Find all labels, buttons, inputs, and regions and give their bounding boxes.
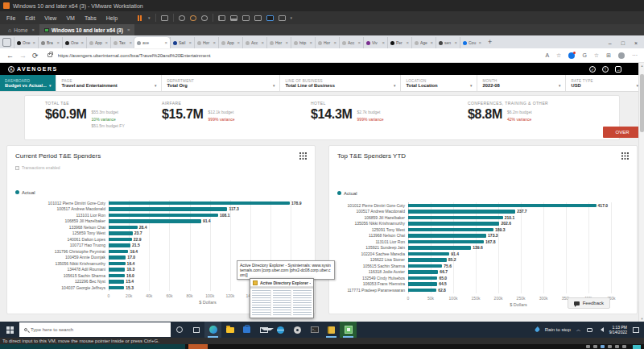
chevron-down-icon[interactable]: ▾ <box>49 83 52 88</box>
filter-dashboard[interactable]: DASHBOARDBudget vs Actual...▾ <box>0 75 56 91</box>
tab-close-icon[interactable]: × <box>454 40 457 45</box>
filter-line-of-business[interactable]: LINE OF BUSINESSTotal Line of Business▾ <box>280 75 401 91</box>
printer-icon[interactable] <box>622 345 626 348</box>
bar-row[interactable]: 105615 Sachin Sharma75.6 <box>337 263 629 269</box>
tab-close-icon[interactable]: × <box>478 40 481 45</box>
browser-tab-app[interactable]: App× <box>218 37 242 48</box>
checkmark-icon[interactable]: ✓ <box>589 66 596 73</box>
bar-row[interactable]: 125859 Tony West23.7 <box>15 231 307 237</box>
new-tab-button[interactable]: + <box>488 38 492 46</box>
cd-rom-icon[interactable] <box>593 345 597 348</box>
menu-edit[interactable]: Edit <box>23 15 36 22</box>
bar-row[interactable]: 135056 Nikki Krishnamurthy202.6 <box>337 221 629 227</box>
console-view-button[interactable] <box>266 15 274 21</box>
workspaces-badge-icon[interactable] <box>568 52 575 59</box>
scroll-down-icon[interactable]: ▼ <box>639 317 644 321</box>
tab-close-icon[interactable]: × <box>285 40 288 45</box>
collections-icon[interactable]: ⊞ <box>606 52 611 59</box>
browser-essentials-icon[interactable]: G <box>582 52 586 58</box>
taskbar-mail[interactable] <box>255 322 272 338</box>
scrollbar-thumb[interactable] <box>640 74 644 132</box>
scroll-up-icon[interactable]: ▲ <box>639 64 644 68</box>
tab-close-icon[interactable]: × <box>164 40 167 45</box>
show-thumbnail-bar-button[interactable] <box>230 15 237 21</box>
browser-tab-acc[interactable]: Acc× <box>242 37 266 48</box>
cortana-button[interactable] <box>171 322 188 338</box>
add-favorite-icon[interactable]: ☆ <box>556 52 561 59</box>
tab-close-icon[interactable]: × <box>261 40 264 45</box>
tab-actions-menu-icon[interactable] <box>2 38 11 47</box>
chevron-down-icon[interactable]: ▾ <box>470 83 473 88</box>
hard-disk-icon[interactable] <box>586 345 590 348</box>
bar-row[interactable]: 116318 Jodie Auster66.7 <box>337 269 629 276</box>
bar-row[interactable]: 140061 Dalton Lopes22.9 <box>15 236 307 243</box>
bar-row[interactable]: 125091 Tony West189.3 <box>337 226 629 233</box>
bar-row[interactable]: 106859 Jill Hazelbaker210.1 <box>337 214 629 221</box>
browser-tab-app[interactable]: App× <box>86 37 110 48</box>
tab-close-icon[interactable]: × <box>188 40 192 45</box>
usb-icon[interactable] <box>615 345 619 348</box>
browser-tab-hor[interactable]: Hor× <box>266 37 291 48</box>
bar-row[interactable]: 100459 Annie Duvnjak17.0 <box>15 255 307 261</box>
chevron-down-icon[interactable]: ▾ <box>155 83 157 88</box>
bar-row[interactable]: 101012 Pierre Dimitri Gore-Coty417.0 <box>337 202 629 209</box>
favorites-bar-icon[interactable]: ☆ <box>594 52 599 59</box>
network-adapter-icon[interactable] <box>601 345 605 348</box>
vmware-tab-vm[interactable]: Windows 10 and later x64 (3) × <box>39 24 134 35</box>
stretch-guest-button[interactable] <box>279 15 286 21</box>
tab-close-icon[interactable]: × <box>129 40 132 45</box>
vmware-tab-home[interactable]: ⌂ Home × <box>3 24 39 35</box>
browser-tab-one[interactable]: One× <box>62 37 86 48</box>
back-button[interactable]: ← <box>6 52 14 60</box>
browser-tab-age[interactable]: Age× <box>411 37 436 48</box>
transactions-enabled-checkbox[interactable]: Transactions enabled <box>15 165 307 170</box>
over-budget-badge[interactable]: OVER <box>603 127 642 138</box>
bar-row[interactable]: 113968 Nelson Chai173.3 <box>337 233 629 239</box>
bar-row[interactable]: 117771 Pradeep Parameswaran62.8 <box>337 287 629 293</box>
chevron-down-icon[interactable]: ▾ <box>559 83 561 88</box>
bar-row[interactable]: 133968 Nelson Chai28.4 <box>15 224 307 231</box>
feedback-button[interactable]: Feedback <box>568 297 610 309</box>
settings-menu-icon[interactable]: ⋯ <box>632 52 638 59</box>
filter-location[interactable]: LOCATIONTotal Location▾ <box>401 75 477 91</box>
fullscreen-button[interactable] <box>242 15 250 21</box>
browser-tab-http[interactable]: http× <box>291 37 315 48</box>
snapshot-manager-button[interactable] <box>201 15 208 21</box>
minimize-button[interactable]: – <box>609 40 612 46</box>
browser-tab-ave[interactable]: ave× <box>134 37 170 48</box>
bar-row[interactable]: 101012 Pierre Dimitri Gore-Coty178.9 <box>15 200 307 206</box>
menu-vm[interactable]: VM <box>64 15 76 22</box>
taskbar-settings[interactable] <box>289 322 306 338</box>
close-tab-icon[interactable]: × <box>127 27 130 32</box>
bar-row[interactable]: 113101 Lior Ron108.1 <box>15 212 307 218</box>
browser-tab-hor[interactable]: Hor× <box>315 37 339 48</box>
taskbar-store[interactable] <box>238 322 255 338</box>
menu-help[interactable]: Help <box>105 15 119 22</box>
taskbar-file-explorer[interactable] <box>221 322 238 338</box>
taskbar-adexplorer[interactable] <box>340 322 357 338</box>
speaker-icon[interactable] <box>598 327 604 332</box>
tab-close-icon[interactable]: × <box>80 40 84 45</box>
browser-tab-cou[interactable]: Cou× <box>460 37 484 48</box>
site-security-lock-icon[interactable] <box>47 53 52 57</box>
taskbar-clock[interactable]: 1:13 PM 9/14/2022 <box>609 325 627 334</box>
menu-view[interactable]: View <box>43 15 58 22</box>
profile-avatar[interactable] <box>618 52 625 59</box>
taskbar-terminal[interactable]: >_ <box>306 322 323 338</box>
filter-page[interactable]: PAGETravel and Entertainment▾ <box>56 75 162 91</box>
bar-row[interactable]: 100517 Andrew Macdonald237.7 <box>337 209 629 215</box>
taskbar-adexplorer-book[interactable] <box>323 322 340 338</box>
bar-row[interactable]: 132549 Cindy Hulsebos65.0 <box>337 275 629 281</box>
bar-row[interactable]: 106859 Jill Hazelbaker91.4 <box>15 218 307 225</box>
taskbar-search[interactable] <box>19 322 171 337</box>
bar-row[interactable]: 131796 Christophe Peymirat19.4 <box>15 248 307 255</box>
pause-vm-button[interactable] <box>135 15 143 21</box>
weather-status[interactable]: Rain to stop <box>545 327 571 332</box>
browser-tab-per[interactable]: Per× <box>387 37 411 48</box>
tab-close-icon[interactable]: × <box>56 40 60 45</box>
bar-row[interactable]: 100717 Hao Truong21.5 <box>15 243 307 249</box>
tab-close-icon[interactable]: × <box>382 40 385 45</box>
tab-close-icon[interactable]: × <box>32 40 35 45</box>
read-aloud-icon[interactable]: A <box>545 52 549 58</box>
action-center-icon[interactable] <box>633 327 639 333</box>
